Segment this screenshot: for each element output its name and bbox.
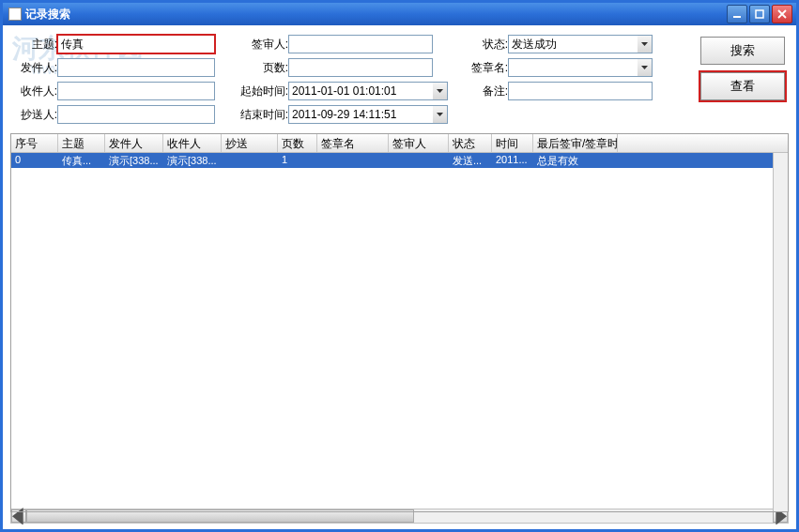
vertical-scrollbar[interactable] <box>773 153 788 511</box>
table-cell: 1 <box>278 153 317 168</box>
window-title: 记录搜索 <box>25 7 727 23</box>
status-label: 状态: <box>465 37 508 53</box>
minimize-button[interactable] <box>727 5 747 23</box>
table-row[interactable]: 0传真...演示[338...演示[338...1发送...2011...总是有… <box>11 153 788 168</box>
close-button[interactable] <box>772 5 792 23</box>
search-form: 主题: 发件人: 收件人: 抄送人: 签审人: 页数: <box>3 25 796 129</box>
table-cell: 0 <box>11 153 58 168</box>
end-time-dropdown-icon[interactable] <box>433 105 448 124</box>
end-time-label: 结束时间: <box>232 107 288 123</box>
window-titlebar: 记录搜索 <box>3 3 796 25</box>
column-header[interactable]: 最后签审/签章时 <box>533 134 618 152</box>
table-cell <box>389 153 449 168</box>
sender-input[interactable] <box>57 58 215 77</box>
receiver-input[interactable] <box>57 82 215 100</box>
status-dropdown-icon[interactable] <box>638 35 653 53</box>
subject-label: 主题: <box>14 37 57 53</box>
remark-label: 备注: <box>465 84 508 99</box>
column-header[interactable]: 页数 <box>278 134 317 152</box>
column-header[interactable]: 发件人 <box>105 134 163 152</box>
cc-input[interactable] <box>57 105 215 124</box>
status-select[interactable] <box>508 35 638 53</box>
sender-label: 发件人: <box>14 60 57 76</box>
table-cell: 发送... <box>449 153 492 168</box>
results-table: 序号主题发件人收件人抄送页数签章名签审人状态时间最后签审/签章时 0传真...演… <box>10 133 789 512</box>
start-time-dropdown-icon[interactable] <box>433 82 448 100</box>
maximize-button[interactable] <box>749 5 770 23</box>
column-header[interactable]: 抄送 <box>222 134 278 152</box>
table-cell <box>317 153 389 168</box>
stamp-label: 签章名: <box>465 60 508 76</box>
app-icon <box>8 8 22 21</box>
column-header[interactable]: 时间 <box>492 134 533 152</box>
stamp-select[interactable] <box>508 58 638 77</box>
column-header[interactable]: 序号 <box>11 134 58 152</box>
end-time-input[interactable] <box>288 105 433 124</box>
reviewer-label: 签审人: <box>232 37 288 53</box>
receiver-label: 收件人: <box>14 84 57 99</box>
table-cell <box>222 153 278 168</box>
column-header[interactable]: 状态 <box>449 134 492 152</box>
column-header[interactable]: 签审人 <box>389 134 449 152</box>
table-cell: 演示[338... <box>163 153 222 168</box>
svg-rect-0 <box>733 16 741 18</box>
table-cell: 2011... <box>492 153 533 168</box>
cc-label: 抄送人: <box>14 107 57 123</box>
table-cell: 演示[338... <box>105 153 163 168</box>
table-cell: 传真... <box>58 153 105 168</box>
stamp-dropdown-icon[interactable] <box>638 58 653 77</box>
subject-input[interactable] <box>57 35 215 53</box>
pages-input[interactable] <box>288 58 433 77</box>
view-button[interactable]: 查看 <box>700 72 785 100</box>
remark-input[interactable] <box>508 82 653 100</box>
column-header[interactable]: 主题 <box>58 134 105 152</box>
search-button[interactable]: 搜索 <box>700 37 785 65</box>
start-time-input[interactable] <box>288 82 433 100</box>
column-header[interactable]: 签章名 <box>317 134 389 152</box>
reviewer-input[interactable] <box>288 35 433 53</box>
start-time-label: 起始时间: <box>232 84 288 99</box>
pages-label: 页数: <box>232 60 288 76</box>
svg-rect-1 <box>756 10 763 18</box>
table-cell: 总是有效 <box>533 153 618 168</box>
column-header[interactable]: 收件人 <box>163 134 222 152</box>
